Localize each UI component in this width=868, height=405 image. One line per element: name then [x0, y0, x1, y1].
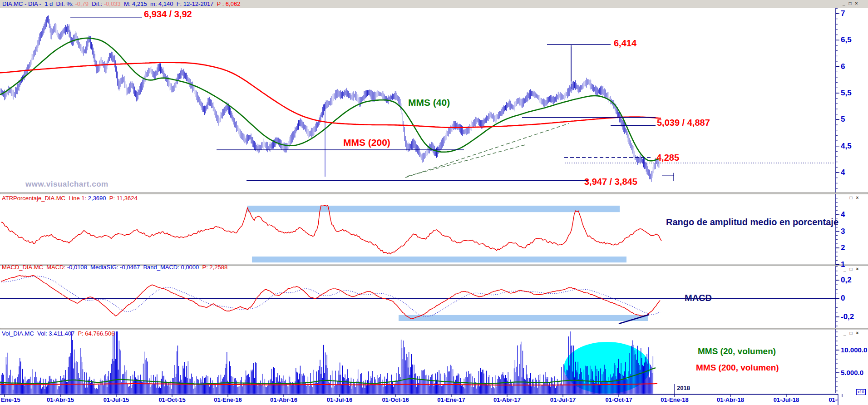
volume-mms200-label: MMS (200, volumen)	[696, 363, 779, 373]
y-axis-label: 4	[841, 168, 845, 177]
minimize-icon[interactable]: _	[843, 195, 846, 200]
y-axis-label: 6,5	[841, 35, 852, 44]
year-label: 2018	[677, 385, 690, 391]
x-axis-label: 01-Jul-15	[104, 396, 129, 403]
header-segment: P :	[217, 0, 226, 7]
x-axis-label: 01-Ene-16	[214, 396, 242, 403]
header-segment: MACD_DIA.MC MACD:	[2, 264, 67, 271]
header-segment: P: 11,3624	[106, 195, 138, 202]
x-axis-label: 01-Oct-17	[605, 396, 632, 403]
maximize-icon[interactable]: □	[850, 331, 853, 336]
annotation-spike-high: 6,414	[614, 38, 636, 49]
y-axis-label: 4	[841, 210, 845, 219]
header-segment: Dif. %:	[56, 0, 75, 7]
x-axis-label: 01-Ene-17	[437, 396, 465, 403]
header-segment: MediaSIG: -0,0467 Band_MACD: 0,0000	[87, 264, 199, 271]
y-axis-label: 5.000.0	[841, 369, 863, 376]
y-axis-label: 3	[841, 227, 845, 236]
header-segment: 6,062	[226, 0, 241, 7]
header-segment: P: 64.766.506	[74, 330, 114, 337]
x-axis-label: 01-Oct-16	[382, 396, 409, 403]
y-axis-label: 0	[841, 294, 845, 303]
header-segment: Dif.:	[89, 0, 104, 7]
atr-panel-controls: _ □ ×	[843, 195, 858, 200]
y-axis-label: 5	[841, 115, 845, 124]
x-axis-label: 01-Jul-17	[550, 396, 576, 403]
atr-panel-header: ATRPorcentaje_DIA.MC Line 1: 2,3690 P: 1…	[2, 195, 138, 202]
macd-panel-header: MACD_DIA.MC MACD: -0,0108 MediaSIG: -0,0…	[2, 264, 227, 271]
y-axis-label: 0,2	[841, 276, 852, 285]
annotation-ma-levels: 5,039 / 4,887	[657, 118, 710, 128]
close-icon[interactable]: ×	[856, 267, 859, 272]
minimize-icon[interactable]: _	[843, 1, 845, 6]
header-segment: -0,79	[75, 0, 89, 7]
x-axis-label: 01-Oct-15	[158, 396, 185, 403]
y-axis-label: 4,5	[841, 142, 852, 151]
header-segment: M: 4,215 m: 4,140 F: 12-12-2017	[121, 0, 217, 7]
x-axis-label: 01-Abr-15	[47, 396, 74, 403]
x-axis-label: 01-Abr-18	[717, 396, 744, 403]
mms40-label: MMS (40)	[408, 97, 450, 108]
window-controls: _ □ ×	[843, 1, 858, 6]
maximize-icon[interactable]: □	[849, 1, 852, 6]
header-segment: -0,0108	[67, 264, 87, 271]
close-icon[interactable]: ×	[856, 195, 859, 200]
x-axis-label: 01-Abr-17	[493, 396, 521, 403]
header-segment: Vol_DIA.MC Vol: 3.411.407	[2, 330, 74, 337]
chart-canvas[interactable]	[0, 0, 868, 405]
header-segment: -0,033	[104, 0, 121, 7]
volume-panel-header: Vol_DIA.MC Vol: 3.411.407 P: 64.766.506	[2, 330, 114, 337]
volume-multiplier: x10	[856, 389, 866, 395]
header-segment: P: 2,2588	[199, 264, 227, 271]
annotation-high-low: 6,934 / 3,92	[144, 9, 192, 20]
atr-note: Rango de amplitud medio en porcentaje	[666, 217, 838, 227]
x-axis-label: Ene-15	[1, 396, 20, 403]
x-axis-label: 01-Oct-18	[829, 396, 838, 403]
y-axis-label: 5,5	[841, 89, 852, 98]
minimize-icon[interactable]: _	[843, 331, 846, 336]
y-axis-label: 7	[841, 9, 845, 18]
minimize-icon[interactable]: _	[843, 267, 846, 272]
annotation-support: 4,285	[656, 153, 679, 163]
watermark: www.visualchart.com	[25, 180, 108, 189]
header-segment: DIA.MC - DIA - 1 d	[2, 0, 56, 7]
maximize-icon[interactable]: □	[850, 267, 853, 272]
x-axis-label: 01-Jul-16	[327, 396, 352, 403]
visual-chart-window: DIA.MC - DIA - 1 d Dif. %: -0,79 Dif.: -…	[0, 0, 868, 405]
volume-panel-controls: _ □ ×	[843, 331, 858, 336]
y-axis-label: 2	[841, 243, 845, 252]
instrument-header: DIA.MC - DIA - 1 d Dif. %: -0,79 Dif.: -…	[2, 0, 240, 7]
y-axis-label: 6	[841, 62, 845, 71]
header-segment: ATRPorcentaje_DIA.MC Line 1:	[2, 195, 88, 202]
macd-panel-controls: _ □ ×	[843, 267, 858, 272]
y-axis-label: -0,2	[841, 312, 854, 321]
header-segment: 2,3690	[88, 195, 106, 202]
close-icon[interactable]: ×	[856, 331, 859, 336]
annotation-low-range: 3,947 / 3,845	[584, 177, 637, 187]
maximize-icon[interactable]: □	[850, 195, 853, 200]
close-icon[interactable]: ×	[855, 1, 858, 6]
time-axis[interactable]: Ene-1501-Abr-1501-Jul-1501-Oct-1501-Ene-…	[0, 394, 838, 405]
x-axis-label: 01-Ene-18	[661, 396, 688, 403]
mms200-label: MMS (200)	[343, 137, 390, 148]
x-axis-label: 01-Jul-18	[774, 396, 799, 403]
macd-note: MACD	[685, 293, 712, 303]
volume-mms20-label: MMS (20, volumen)	[698, 346, 776, 356]
x-axis-label: 01-Abr-16	[270, 396, 297, 403]
y-axis-label: 10.000.0	[841, 346, 867, 354]
